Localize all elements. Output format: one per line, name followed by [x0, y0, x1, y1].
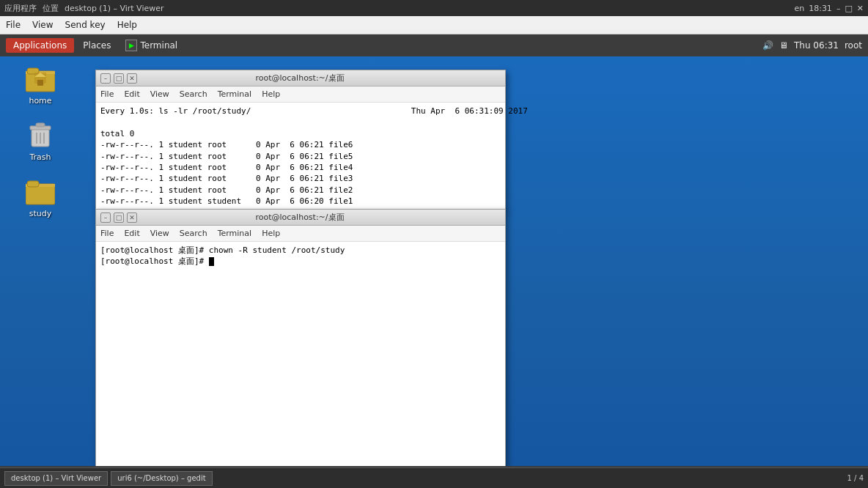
tmenu-bot-view[interactable]: View — [150, 229, 169, 238]
host-taskbar: desktop (1) – Virt Viewer uri6 (~/Deskto… — [0, 467, 868, 488]
host-taskbar-right: 1 / 4 — [847, 474, 864, 482]
tmenu-top-view[interactable]: View — [150, 89, 169, 99]
host-topbar-right: en 18:31 – □ ✕ — [794, 4, 864, 13]
trash-icon-label: Trash — [29, 152, 51, 162]
tmenu-top-file[interactable]: File — [100, 89, 114, 99]
host-apps-label[interactable]: 应用程序 — [4, 3, 37, 14]
host-close-btn[interactable]: ✕ — [857, 4, 864, 13]
terminal-bottom-maximize[interactable]: □ — [114, 212, 124, 223]
tmenu-top-help[interactable]: Help — [262, 89, 280, 99]
home-folder-icon — [26, 64, 55, 93]
cursor — [209, 257, 214, 266]
guest-panel-right: 🔊 🖥 Thu 06:31 root — [762, 40, 862, 51]
terminal-bottom-wm-buttons: – □ ✕ — [100, 212, 137, 223]
tmenu-bot-help[interactable]: Help — [262, 229, 280, 238]
panel-terminal-button[interactable]: ▶ Terminal — [119, 38, 183, 53]
terminal-panel-icon: ▶ — [125, 40, 137, 51]
guest-panel-left: Applications Places ▶ Terminal — [6, 38, 183, 53]
tmenu-top-search[interactable]: Search — [180, 89, 207, 99]
terminal-top-titlebar: – □ ✕ root@localhost:~/桌面 — [96, 70, 505, 86]
tmenu-bot-terminal[interactable]: Terminal — [218, 229, 252, 238]
virt-menu-help[interactable]: Help — [117, 20, 137, 30]
terminal-top-maximize[interactable]: □ — [114, 73, 124, 84]
panel-network-icon: 🖥 — [779, 40, 788, 51]
guest-panel: Applications Places ▶ Terminal 🔊 🖥 Thu 0… — [0, 34, 868, 56]
host-taskbar-label-1: desktop (1) – Virt Viewer — [11, 474, 101, 482]
terminal-window-bottom: – □ ✕ root@localhost:~/桌面 File Edit View… — [95, 209, 506, 480]
virt-viewer-window: File View Send key Help Applications Pla… — [0, 16, 868, 488]
guest-desktop: Applications Places ▶ Terminal 🔊 🖥 Thu 0… — [0, 34, 868, 488]
svg-rect-14 — [27, 181, 39, 187]
desktop-icon-trash[interactable]: Trash — [15, 120, 66, 162]
terminal-top-menubar: File Edit View Search Terminal Help — [96, 86, 505, 103]
host-minimize-btn[interactable]: – — [836, 4, 841, 13]
host-taskbar-item-1[interactable]: desktop (1) – Virt Viewer — [4, 471, 108, 486]
terminal-top-wm-buttons: – □ ✕ — [100, 73, 137, 84]
virt-menu-sendkey[interactable]: Send key — [65, 20, 106, 30]
host-pos-label[interactable]: 位置 — [43, 3, 59, 14]
tmenu-bot-file[interactable]: File — [100, 229, 114, 238]
panel-volume-icon: 🔊 — [762, 40, 773, 51]
terminal-top-content: Every 1.0s: ls -lr /root/study/ Thu Apr … — [96, 103, 505, 210]
terminal-top-minimize[interactable]: – — [100, 73, 111, 84]
host-locale: en — [794, 4, 804, 13]
terminal-top-title: root@localhost:~/桌面 — [137, 73, 463, 84]
terminal-top-close[interactable]: ✕ — [127, 73, 137, 84]
terminal-bottom-minimize[interactable]: – — [100, 212, 111, 223]
panel-applications[interactable]: Applications — [6, 38, 74, 53]
terminal-bottom-titlebar: – □ ✕ root@localhost:~/桌面 — [96, 210, 505, 226]
svg-rect-5 — [37, 80, 43, 86]
virt-menubar: File View Send key Help — [0, 16, 868, 34]
tmenu-top-terminal[interactable]: Terminal — [218, 89, 252, 99]
host-maximize-btn[interactable]: □ — [845, 4, 852, 13]
tmenu-bot-search[interactable]: Search — [180, 229, 207, 238]
desktop-icon-study[interactable]: study — [15, 177, 66, 218]
home-icon-label: home — [29, 96, 51, 106]
host-time: 18:31 — [809, 4, 832, 13]
terminal-window-top: – □ ✕ root@localhost:~/桌面 File Edit View… — [95, 70, 506, 211]
virt-menu-view[interactable]: View — [32, 20, 53, 30]
terminal-bottom-content: [root@localhost 桌面]# chown -R student /r… — [96, 242, 505, 270]
tmenu-top-edit[interactable]: Edit — [124, 89, 139, 99]
host-topbar: 应用程序 位置 desktop (1) – Virt Viewer en 18:… — [0, 0, 868, 16]
terminal-bottom-close[interactable]: ✕ — [127, 212, 137, 223]
terminal-bottom-menubar: File Edit View Search Terminal Help — [96, 226, 505, 242]
panel-user: root — [845, 40, 862, 51]
host-window-title-left: desktop (1) – Virt Viewer — [65, 4, 164, 13]
tmenu-bot-edit[interactable]: Edit — [124, 229, 139, 238]
host-topbar-left: 应用程序 位置 desktop (1) – Virt Viewer — [4, 3, 164, 14]
panel-places[interactable]: Places — [77, 38, 117, 53]
svg-rect-8 — [36, 123, 45, 127]
panel-time: Thu 06:31 — [794, 40, 839, 51]
desktop-icons: home Trash — [15, 64, 66, 218]
desktop-icon-home[interactable]: home — [15, 64, 66, 106]
study-icon-label: study — [29, 209, 52, 218]
host-pager: 1 / 4 — [847, 474, 864, 482]
host-taskbar-item-2[interactable]: uri6 (~/Desktop) – gedit — [111, 471, 212, 486]
terminal-bottom-title: root@localhost:~/桌面 — [137, 212, 463, 223]
study-folder-icon — [26, 177, 55, 206]
panel-terminal-label: Terminal — [140, 40, 177, 51]
host-taskbar-label-2: uri6 (~/Desktop) – gedit — [117, 474, 205, 482]
trash-icon — [26, 120, 55, 149]
virt-menu-file[interactable]: File — [6, 20, 21, 30]
